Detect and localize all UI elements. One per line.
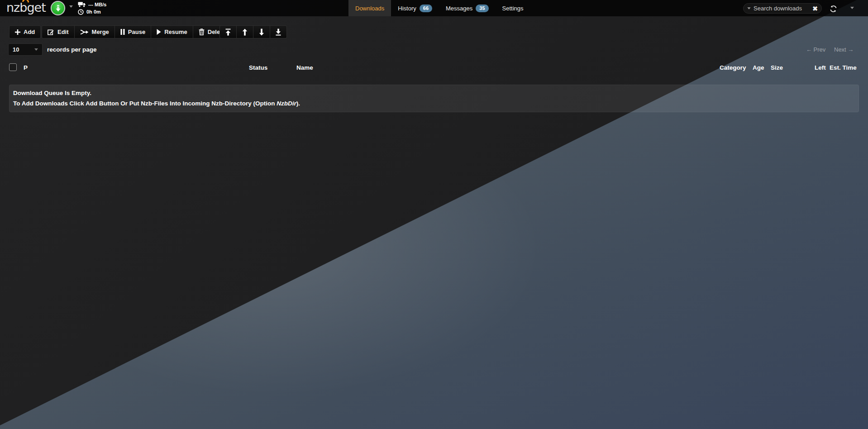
select-all-checkbox[interactable] xyxy=(9,63,17,71)
column-header-priority: P xyxy=(24,64,28,71)
edit-button[interactable]: Edit xyxy=(42,25,75,38)
nzbget-logo: nzbget xyxy=(6,0,46,14)
pause-button[interactable]: Pause xyxy=(114,25,151,38)
tab-settings[interactable]: Settings xyxy=(496,0,530,16)
time-left-value: 0h 0m xyxy=(86,8,101,15)
empty-queue-message: To Add Downloads Click Add Button Or Put… xyxy=(13,99,855,108)
status-indicators: --- MB/s 0h 0m xyxy=(78,1,106,15)
merge-icon xyxy=(80,29,89,35)
navbar: nzbget --- MB/s xyxy=(0,0,868,16)
trash-icon xyxy=(199,29,205,35)
prev-page-link[interactable]: ← Prev xyxy=(806,46,825,53)
refresh-button[interactable] xyxy=(828,4,838,14)
column-header-est-time: Est. Time xyxy=(830,64,857,71)
arrow-to-top-icon xyxy=(225,29,231,36)
empty-queue-panel: Download Queue Is Empty. To Add Download… xyxy=(9,85,859,112)
add-button[interactable]: Add xyxy=(9,25,41,38)
download-arrow-icon xyxy=(55,5,62,12)
play-icon xyxy=(157,29,161,35)
speed-value: --- MB/s xyxy=(88,1,106,8)
move-top-button[interactable] xyxy=(219,25,237,38)
messages-count-badge: 35 xyxy=(476,5,488,12)
nzbdir-option-name: NzbDir xyxy=(277,100,296,107)
column-header-left: Left xyxy=(815,64,826,71)
nav-dropdown-caret-icon[interactable] xyxy=(850,7,854,9)
refresh-icon xyxy=(830,5,837,13)
search-input[interactable] xyxy=(754,5,810,12)
empty-queue-title: Download Queue Is Empty. xyxy=(13,89,855,98)
pause-icon xyxy=(120,29,125,35)
next-page-link[interactable]: Next → xyxy=(834,46,854,53)
search-options-caret-icon[interactable] xyxy=(747,7,750,10)
records-per-page-label: records per page xyxy=(47,43,97,56)
tab-downloads[interactable]: Downloads xyxy=(348,0,391,16)
move-bottom-button[interactable] xyxy=(270,25,287,38)
add-download-button[interactable] xyxy=(51,1,65,15)
records-per-page-select[interactable]: 10 xyxy=(8,43,43,56)
arrow-up-icon xyxy=(242,29,248,36)
column-header-size: Size xyxy=(771,64,783,71)
nzbget-app: nzbget --- MB/s xyxy=(0,0,868,429)
tab-history[interactable]: History 66 xyxy=(391,0,439,16)
add-download-caret-icon[interactable] xyxy=(69,5,73,8)
resume-button[interactable]: Resume xyxy=(151,25,193,38)
column-header-status: Status xyxy=(249,64,267,71)
logo-text: nz xyxy=(6,0,19,14)
search-clear-icon[interactable]: ✖ xyxy=(812,5,818,12)
arrow-down-icon xyxy=(258,29,265,36)
tab-messages[interactable]: Messages 35 xyxy=(439,0,496,16)
arrow-to-bottom-icon xyxy=(275,29,281,36)
move-down-button[interactable] xyxy=(253,25,270,38)
column-header-age: Age xyxy=(753,64,764,71)
column-header-category: Category xyxy=(720,64,746,71)
edit-icon xyxy=(48,29,54,35)
select-caret-icon xyxy=(34,48,38,51)
time-clock-icon xyxy=(78,9,84,15)
plus-icon xyxy=(15,29,20,35)
history-count-badge: 66 xyxy=(420,5,432,12)
pagination-row: 10 records per page ← Prev Next → xyxy=(0,43,868,56)
speed-truck-icon xyxy=(78,2,86,7)
column-header-name: Name xyxy=(296,64,313,71)
main-nav-tabs: Downloads History 66 Messages 35 Setting… xyxy=(348,0,530,16)
move-up-button[interactable] xyxy=(236,25,253,38)
search-box: ✖ xyxy=(743,3,822,14)
queue-table-header: P Status Name Category Age Size Left Est… xyxy=(0,62,868,75)
merge-button[interactable]: Merge xyxy=(74,25,115,38)
